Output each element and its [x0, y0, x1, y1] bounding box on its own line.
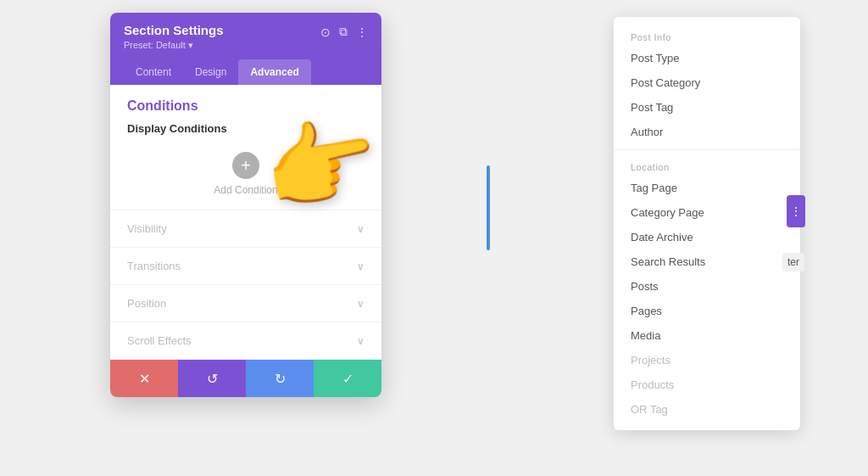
- tab-design[interactable]: Design: [183, 59, 238, 85]
- copy-icon[interactable]: ⧉: [339, 25, 348, 39]
- tab-advanced[interactable]: Advanced: [238, 59, 310, 85]
- panel-title: Section Settings: [124, 23, 224, 38]
- dropdown-dots-icon[interactable]: ⋮: [787, 195, 805, 227]
- add-condition-button[interactable]: +: [232, 152, 259, 179]
- conditions-title: Conditions: [127, 98, 364, 114]
- panel-preset[interactable]: Preset: Default ▾: [124, 40, 224, 51]
- scroll-effects-section[interactable]: Scroll Effects ∨: [110, 322, 381, 360]
- undo-button[interactable]: ↺: [178, 360, 246, 397]
- scroll-effects-chevron-icon: ∨: [357, 335, 364, 347]
- dropdown-item-media[interactable]: Media: [614, 323, 800, 348]
- dropdown-item-products[interactable]: Products: [614, 372, 800, 397]
- scroll-effects-label: Scroll Effects: [127, 334, 192, 347]
- dropdown-item-date-archive[interactable]: Date Archive: [614, 225, 800, 249]
- transitions-label: Transitions: [127, 260, 181, 272]
- ter-snippet: ter: [782, 253, 804, 272]
- dropdown-item-search-results[interactable]: Search Results: [614, 249, 800, 274]
- dropdown-group2-label: Location: [614, 155, 800, 176]
- section-settings-panel: Section Settings Preset: Default ▾ ⊙ ⧉ ⋮…: [110, 13, 381, 397]
- display-conditions-label: Display Conditions: [127, 122, 364, 135]
- dropdown-item-or-tag[interactable]: OR Tag: [614, 397, 800, 422]
- redo-button[interactable]: ↻: [246, 360, 314, 397]
- more-options-icon[interactable]: ⋮: [356, 25, 368, 39]
- panel-header-icons: ⊙ ⧉ ⋮: [320, 25, 368, 39]
- panel-header-left: Section Settings Preset: Default ▾: [124, 23, 224, 51]
- visibility-chevron-icon: ∨: [357, 223, 364, 235]
- dropdown-item-projects[interactable]: Projects: [614, 348, 800, 372]
- target-icon[interactable]: ⊙: [320, 25, 331, 39]
- conditions-dropdown: Post Info Post Type Post Category Post T…: [614, 17, 800, 430]
- dropdown-item-post-tag[interactable]: Post Tag: [614, 95, 800, 120]
- panel-footer: ✕ ↺ ↻ ✓: [110, 360, 381, 397]
- dropdown-group1-label: Post Info: [614, 25, 800, 46]
- dropdown-item-author[interactable]: Author: [614, 120, 800, 144]
- panel-header: Section Settings Preset: Default ▾ ⊙ ⧉ ⋮: [110, 13, 381, 59]
- dropdown-item-category-page[interactable]: Category Page: [614, 200, 800, 225]
- dropdown-divider: [614, 149, 800, 150]
- add-condition-area: + Add Condition: [127, 145, 364, 199]
- dropdown-item-post-type[interactable]: Post Type: [614, 46, 800, 70]
- panel-tabs: Content Design Advanced: [110, 59, 381, 85]
- dropdown-item-post-category[interactable]: Post Category: [614, 70, 800, 95]
- visibility-section[interactable]: Visibility ∨: [110, 210, 381, 248]
- add-condition-text: Add Condition: [214, 184, 277, 196]
- dropdown-item-tag-page[interactable]: Tag Page: [614, 176, 800, 200]
- position-chevron-icon: ∨: [357, 298, 364, 310]
- visibility-label: Visibility: [127, 222, 167, 235]
- tab-content[interactable]: Content: [124, 59, 183, 85]
- position-section[interactable]: Position ∨: [110, 285, 381, 322]
- save-button[interactable]: ✓: [314, 360, 381, 397]
- conditions-section: Conditions Display Conditions + Add Cond…: [110, 85, 381, 210]
- transitions-chevron-icon: ∨: [357, 260, 364, 272]
- position-label: Position: [127, 297, 166, 310]
- dropdown-item-pages[interactable]: Pages: [614, 299, 800, 323]
- dropdown-item-posts[interactable]: Posts: [614, 274, 800, 299]
- transitions-section[interactable]: Transitions ∨: [110, 248, 381, 285]
- cancel-button[interactable]: ✕: [110, 360, 178, 397]
- blue-accent-line: [487, 165, 490, 250]
- panel-body: Conditions Display Conditions + Add Cond…: [110, 85, 381, 360]
